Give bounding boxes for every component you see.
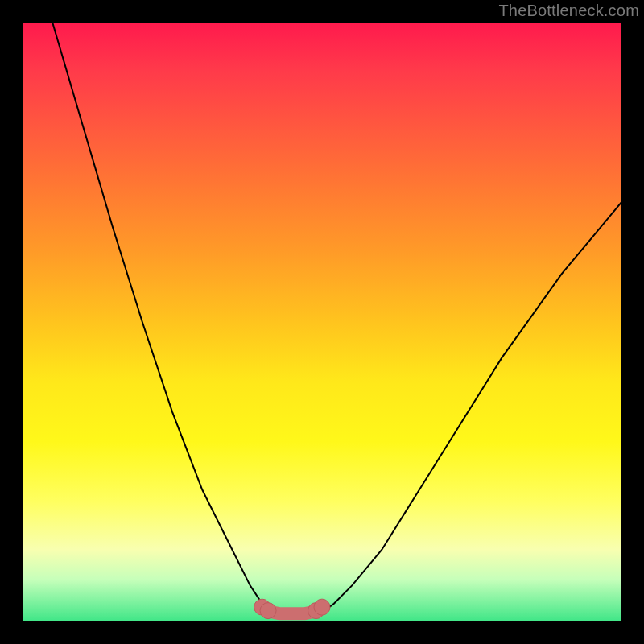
chart-frame: TheBottleneck.com <box>0 0 644 644</box>
bottom-marker-series <box>254 599 330 618</box>
line-right-curve <box>322 202 621 613</box>
line-left-curve <box>52 23 274 613</box>
watermark-text: TheBottleneck.com <box>498 2 639 20</box>
left-curve-path <box>52 23 274 613</box>
right-curve-path <box>322 202 621 613</box>
bottom-marker-dot <box>260 603 276 619</box>
bottom-marker-dot <box>314 599 330 615</box>
plot-area <box>23 23 621 621</box>
chart-svg <box>23 23 621 621</box>
